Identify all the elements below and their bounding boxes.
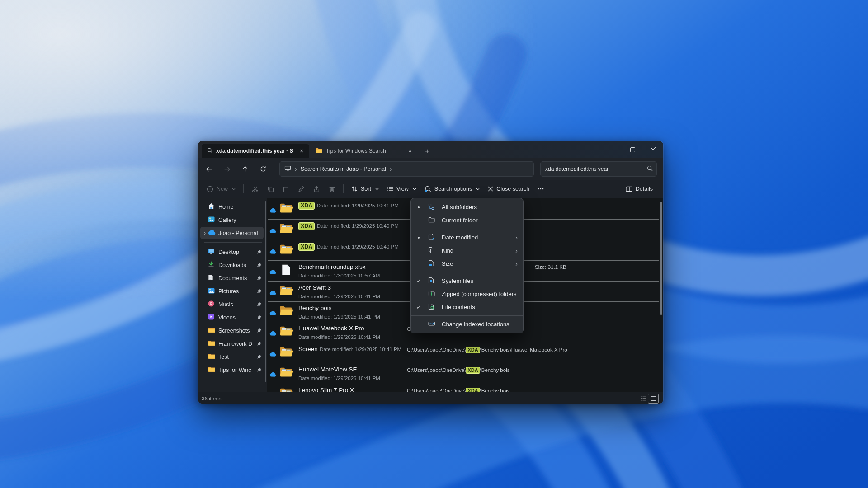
pin-icon — [256, 302, 262, 307]
folder-icon — [208, 366, 215, 374]
sidebar-scrollbar[interactable] — [265, 201, 266, 382]
sidebar-item[interactable]: Gallery — [200, 214, 264, 226]
menu-item-label: Size — [442, 260, 515, 267]
sidebar-item-label: Test — [218, 354, 256, 360]
explorer-tab[interactable]: xda datemodified:this year - S ✕ — [202, 144, 309, 158]
sidebar-item[interactable]: Downloads — [200, 259, 264, 271]
menu-item[interactable]: Current folder — [411, 214, 523, 227]
search-icon[interactable] — [647, 165, 653, 173]
toolbar-separator — [243, 184, 244, 193]
sidebar-item[interactable]: Music — [200, 298, 264, 310]
tabs: xda datemodified:this year - S ✕ Tips fo… — [198, 141, 419, 158]
menu-item[interactable]: Size › — [411, 257, 523, 270]
chevron-right-icon[interactable]: › — [390, 166, 392, 172]
menu-item[interactable]: Zipped (compressed) folders — [411, 287, 523, 300]
sidebar-item-label: Music — [218, 301, 256, 308]
navigation-pane: Home — [198, 198, 267, 392]
indexed-locations-icon — [428, 320, 435, 328]
view-button[interactable]: View — [383, 182, 420, 196]
close-search-label: Close search — [496, 186, 529, 192]
file-path: C:\Users\joaoc\OneDrive\XDA\Benchy bois — [407, 367, 509, 374]
back-button[interactable] — [201, 162, 217, 176]
sidebar-item[interactable]: Screenshots — [200, 324, 264, 337]
forward-button[interactable] — [219, 162, 235, 176]
maximize-button[interactable] — [623, 141, 643, 158]
sidebar-item[interactable]: Desktop — [200, 246, 264, 258]
desktop-icon — [208, 249, 215, 256]
breadcrumb-location[interactable]: Search Results in João - Personal — [301, 166, 386, 172]
delete-button[interactable] — [324, 182, 340, 196]
file-row[interactable]: Lenovo Slim 7 Pro X Date modified: 1/29/… — [268, 384, 659, 392]
submenu-chevron-icon: › — [515, 234, 518, 241]
sidebar-item[interactable]: Pictures — [200, 285, 264, 297]
up-button[interactable] — [237, 162, 253, 176]
tab-close-button[interactable]: ✕ — [406, 147, 414, 155]
sidebar-item-label: Pictures — [218, 288, 256, 295]
details-button[interactable]: Details — [622, 182, 657, 196]
folder-with-thumbnail-icon — [279, 285, 293, 298]
folder-with-thumbnail-icon — [279, 326, 293, 338]
cut-button[interactable] — [247, 182, 263, 196]
onedrive-status-cloud-icon — [269, 350, 276, 358]
more-options-button[interactable] — [533, 182, 548, 196]
file-path: C:\Users\joaoc\OneDrive\XDA\Benchy bois\… — [407, 347, 567, 353]
sidebar-item[interactable]: Test — [200, 351, 264, 363]
view-label: View — [396, 186, 409, 192]
sort-label: Sort — [361, 186, 371, 192]
menu-item[interactable]: Kind › — [411, 244, 523, 257]
sidebar-item[interactable]: › — [200, 227, 264, 239]
onedrive-status-cloud-icon — [269, 206, 276, 215]
minimize-button[interactable] — [602, 141, 623, 158]
menu-divider — [411, 229, 523, 229]
chevron-right-icon[interactable]: › — [295, 166, 297, 172]
paste-button[interactable] — [278, 182, 293, 196]
search-match-highlight: XDA — [466, 388, 480, 392]
details-view-toggle[interactable] — [638, 394, 648, 403]
sidebar-item[interactable]: Home — [200, 201, 264, 213]
breadcrumb[interactable]: › Search Results in João - Personal › — [279, 161, 534, 177]
sidebar-item[interactable]: Videos — [200, 311, 264, 324]
pin-icon — [256, 315, 262, 320]
sidebar-item-label: João - Personal — [218, 230, 262, 236]
thumbnail-view-toggle[interactable] — [648, 394, 659, 404]
close-button[interactable] — [643, 141, 663, 158]
file-list-scrollbar[interactable] — [660, 202, 662, 315]
expand-chevron-icon[interactable]: › — [204, 230, 206, 236]
menu-divider — [411, 315, 523, 316]
checkmark-icon: ✓ — [416, 304, 421, 310]
menu-item[interactable]: ✓ System files — [411, 274, 523, 287]
refresh-button[interactable] — [255, 162, 271, 176]
file-contents-icon — [428, 303, 434, 311]
folder-with-thumbnail-icon — [279, 244, 293, 257]
sidebar-item[interactable]: Tips for Winc — [200, 364, 264, 376]
new-tab-button[interactable]: + — [420, 145, 434, 158]
explorer-tab[interactable]: Tips for Windows Search ✕ — [310, 144, 418, 158]
close-search-button[interactable]: Close search — [484, 182, 533, 196]
file-row[interactable]: Screen Date modified: 1/29/2025 10:41 PM… — [268, 343, 659, 363]
sidebar-item[interactable]: Documents — [200, 272, 264, 284]
menu-item[interactable]: All subfolders — [411, 201, 523, 214]
folder-icon — [208, 340, 215, 347]
copy-button[interactable] — [263, 182, 278, 196]
file-name: Benchmark roundup.xlsx — [298, 263, 366, 270]
file-date-modified: Date modified: 1/29/2025 10:41 PM — [317, 203, 399, 208]
share-button[interactable] — [309, 182, 324, 196]
sort-button[interactable]: Sort — [347, 182, 383, 196]
menu-item[interactable]: Date modified › — [411, 231, 523, 244]
menu-item-label: System files — [442, 277, 518, 284]
rename-button[interactable] — [293, 182, 309, 196]
new-button[interactable]: New — [203, 182, 240, 196]
submenu-chevron-icon: › — [515, 260, 518, 267]
sidebar-item-label: Gallery — [218, 217, 262, 223]
file-row[interactable]: Huawei MateView SE Date modified: 1/29/2… — [268, 363, 659, 384]
search-options-button[interactable]: Search options — [420, 182, 484, 196]
system-files-icon — [428, 277, 434, 285]
home-icon — [208, 203, 215, 211]
file-date-modified: Date modified: 1/29/2025 10:40 PM — [317, 244, 399, 249]
menu-item[interactable]: ✓ File contents — [411, 300, 523, 314]
menu-item[interactable]: Change indexed locations — [411, 318, 523, 331]
search-input[interactable] — [545, 166, 647, 172]
tab-close-button[interactable]: ✕ — [297, 147, 306, 155]
sidebar-item[interactable]: Framework D — [200, 338, 264, 350]
file-name: Benchy bois — [298, 305, 332, 311]
